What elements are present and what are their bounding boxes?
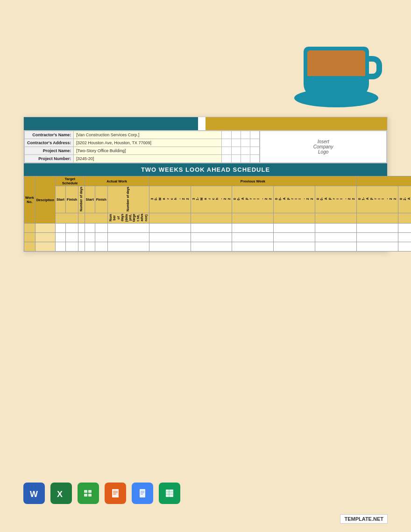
spacer5 [222, 139, 231, 147]
date-sub-2 [191, 213, 232, 223]
info-row-address: Contractor's Address: [3202 Houston Ave,… [25, 139, 260, 147]
doc-header [24, 117, 387, 130]
info-section: Contractor's Name: [Van Construction Ser… [24, 130, 387, 163]
header-gap [198, 117, 206, 130]
cell-afinish-1 [95, 224, 107, 233]
cell-desc-1 [35, 224, 55, 233]
spacer14 [231, 155, 241, 163]
cell-astart-1 [85, 224, 95, 233]
cell-tdays-2 [78, 233, 85, 242]
cell-work-3 [24, 242, 35, 252]
cell-nd-2 [107, 233, 149, 242]
prev-day-4: 00-April-22 [274, 186, 315, 213]
pages-icon[interactable] [105, 483, 126, 504]
header-row-groups: WorkNo. Desciption Target Schedule Actua… [24, 176, 411, 186]
data-row-1 [24, 224, 411, 233]
svg-rect-12 [113, 492, 118, 493]
col-target-start: Start [55, 186, 65, 213]
cell-c2-1 [398, 224, 411, 233]
label-address: Contractor's Address: [25, 139, 74, 147]
spacer1 [222, 131, 231, 139]
cell-p3-1 [232, 224, 274, 233]
schedule-title: TWO WEEKS LOOK AHEAD SCHEDULE [24, 163, 387, 176]
svg-rect-15 [140, 489, 145, 497]
col-description: Desciption [35, 176, 55, 224]
cell-afinish-2 [95, 233, 107, 242]
word-icon[interactable]: W [23, 483, 45, 504]
cell-tdays-1 [78, 224, 85, 233]
svg-text:X: X [57, 490, 63, 499]
coffee-decoration [290, 5, 383, 107]
spacer9 [222, 147, 231, 155]
col-target-finish: Finish [66, 186, 78, 213]
spacer13 [222, 155, 231, 163]
coffee-handle [368, 56, 382, 79]
gsheets-icon[interactable] [159, 483, 180, 504]
prev-day-2: 31-March-22 [191, 186, 232, 213]
data-row-3 [24, 242, 411, 252]
spacer15 [241, 155, 250, 163]
svg-rect-6 [88, 490, 92, 493]
gdocs-icon[interactable] [132, 483, 153, 504]
prev-day-5: 00-April-22 [315, 186, 357, 213]
cell-p1-1 [149, 224, 191, 233]
svg-rect-5 [84, 490, 87, 493]
info-row-project-number: Project Number: [3245-20] [25, 155, 260, 163]
cell-nd-1 [107, 224, 149, 233]
svg-rect-8 [88, 494, 92, 497]
cell-desc-3 [35, 242, 55, 252]
watermark: TEMPLATE.NET [340, 514, 388, 524]
spacer8 [250, 139, 260, 147]
prev-day-3: 00-April-22 [232, 186, 274, 213]
col-group-target: Target Schedule [55, 176, 85, 186]
col-target-days: Number of days [78, 186, 85, 213]
cell-work-1 [24, 224, 35, 233]
document: Contractor's Name: [Van Construction Ser… [23, 117, 388, 252]
header-gold-bar [206, 117, 387, 130]
prev-day-1: 30-March-22 [149, 186, 191, 213]
date-sub-4 [274, 213, 315, 223]
spacer4 [250, 131, 260, 139]
spacer-target2 [78, 213, 85, 223]
col-work-no: WorkNo. [24, 176, 35, 224]
spacer-actual [85, 213, 107, 223]
header-teal-bar [24, 117, 198, 130]
svg-text:W: W [30, 490, 38, 499]
info-row-contractor-name: Contractor's Name: [Van Construction Ser… [25, 131, 260, 139]
spacer-target [55, 213, 78, 223]
app-icons-bar: W X [23, 483, 180, 504]
label-project-name: Project Name: [25, 147, 74, 155]
col-actual-days: Number of days [107, 186, 149, 213]
spacer2 [231, 131, 241, 139]
spacer12 [250, 147, 260, 155]
svg-rect-4 [82, 487, 95, 500]
col-num-days-header: Numberofdays(delayed,target hit,advance) [107, 213, 149, 223]
col-group-prev: Previous Week [149, 176, 357, 186]
spacer11 [241, 147, 250, 155]
cell-astart-2 [85, 233, 95, 242]
value-contractor-name: [Van Construction Services Corp.] [74, 131, 222, 139]
numbers-icon[interactable] [78, 483, 99, 504]
date-sub-3 [232, 213, 274, 223]
cell-p5-1 [315, 224, 357, 233]
svg-rect-18 [141, 494, 143, 495]
label-contractor-name: Contractor's Name: [25, 131, 74, 139]
header-row-days-detail: Numberofdays(delayed,target hit,advance) [24, 213, 411, 223]
svg-rect-17 [141, 492, 144, 493]
value-project-number: [3245-20] [74, 155, 222, 163]
curr-day-1: 01-April-22 [357, 186, 398, 213]
cell-tfinish-1 [66, 224, 78, 233]
svg-rect-10 [112, 489, 119, 497]
spacer6 [231, 139, 241, 147]
cell-p4-1 [274, 224, 315, 233]
cell-tfinish-2 [66, 233, 78, 242]
coffee-liquid [307, 50, 365, 76]
spacer16 [250, 155, 260, 163]
coffee-cup [304, 47, 369, 98]
cell-tstart-1 [55, 224, 65, 233]
label-project-number: Project Number: [25, 155, 74, 163]
col-group-curr: Current Week [357, 176, 411, 186]
curr-day-2: 02-April-22 [398, 186, 411, 213]
excel-icon[interactable]: X [50, 483, 72, 504]
date-sub-1 [149, 213, 191, 223]
